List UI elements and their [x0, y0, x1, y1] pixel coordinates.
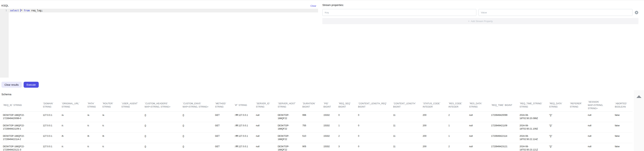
table-cell: /c — [60, 143, 86, 151]
table-cell: /c — [60, 122, 86, 133]
table-cell — [120, 133, 143, 143]
column-header: `REQ_DATA` STRING — [548, 99, 568, 112]
editor-gutter — [0, 9, 9, 78]
remove-stream-property-icon[interactable] — [635, 11, 638, 15]
table-cell: null — [254, 143, 276, 151]
execute-button[interactable]: Execute — [24, 82, 39, 88]
table-cell: 510 — [301, 133, 322, 143]
column-header: `METHOD` STRING — [214, 99, 233, 112]
column-header: `CUSTOM_ENVS` MAP<STRING, STRING> — [181, 99, 214, 112]
column-header: `ROUTER` STRING — [101, 99, 120, 112]
table-cell: 127.0.0.1 — [42, 122, 60, 133]
add-stream-property-button[interactable]: + Add Stream Property — [322, 18, 638, 24]
column-header: `DOMAIN` STRING — [42, 99, 60, 112]
table-row: DESKTOP-188QF22-1723949423121-3127.0.0.1… — [2, 143, 632, 151]
column-header: `SERVER_ID` STRING — [254, 99, 276, 112]
column-header: `REQ_TIME_STRING` STRING — [518, 99, 548, 112]
table-cell: 2 — [447, 143, 468, 151]
column-header: `REQ_SEQ` BIGINT — [337, 99, 356, 112]
column-header: `REFERER` STRING — [568, 99, 586, 112]
table-cell: 127.0.0.1 — [42, 112, 60, 122]
table-cell: {} — [181, 143, 214, 151]
column-header: `SESSION` MAP<STRING, STRING> — [586, 99, 614, 112]
ksql-code-editor[interactable]: 1 select * from req_log; — [0, 9, 318, 78]
clear-results-button[interactable]: Clear results — [2, 82, 22, 88]
table-cell: 2024-08-18T02:50:21.109Z — [518, 122, 548, 133]
table-cell: {} — [143, 143, 181, 151]
column-header: `IP` STRING — [233, 99, 254, 112]
column-header: `CUSTOM_HEADERS` MAP<STRING, STRING> — [143, 99, 181, 112]
column-header: `USER_AGENT` STRING — [120, 99, 143, 112]
column-header: `PID` BIGINT — [322, 99, 337, 112]
editor-code-line[interactable]: select * from req_log; — [10, 9, 43, 12]
table-cell: DESKTOP-188QF22-1723949421109-1 — [2, 122, 42, 133]
editor-line-number: 1 — [0, 9, 7, 12]
column-header: `PATH` STRING — [86, 99, 101, 112]
column-header: `RES_CODE` INTEGER — [447, 99, 468, 112]
table-cell: 0 — [356, 122, 392, 133]
text-cursor — [20, 9, 21, 12]
table-cell: 200 — [421, 122, 447, 133]
table-cell: DESKTOP-188QF22-1723949423121-3 — [2, 143, 42, 151]
table-cell: {} — [181, 133, 214, 143]
clear-editor-link[interactable]: Clear — [310, 5, 316, 7]
table-cell: DESKTOP-188QF22 — [276, 122, 301, 133]
stream-property-row — [322, 9, 638, 16]
table-cell: {} — [143, 122, 181, 133]
table-cell: 1723949420099 — [490, 112, 518, 122]
table-cell: 996 — [301, 112, 322, 122]
schema-section-title: Schema — [2, 93, 11, 96]
table-cell: "{}" — [548, 143, 568, 151]
table-cell: false — [614, 122, 632, 133]
table-cell: 0 — [356, 143, 392, 151]
table-cell: DESKTOP-188QF22-1723949422114-2 — [2, 133, 42, 143]
table-cell: 15332 — [322, 133, 337, 143]
plus-icon: + — [468, 20, 470, 23]
table-row: DESKTOP-188QF22-1723949421109-1127.0.0.1… — [2, 122, 632, 133]
table-cell: 200 — [421, 133, 447, 143]
column-header: `SERVER_HOST` STRING — [276, 99, 301, 112]
table-cell: 200 — [421, 143, 447, 151]
table-cell: null — [586, 122, 614, 133]
table-cell: 1 — [447, 122, 468, 133]
sql-keyword: from — [24, 9, 30, 12]
table-cell: 15332 — [322, 112, 337, 122]
stream-properties-label: Stream properties: — [322, 4, 344, 7]
column-header: `REQ_TIME` BIGINT — [490, 99, 518, 112]
schema-table-wrap: `REQ_ID` STRING`DOMAIN` STRING`ORIGINAL_… — [2, 99, 633, 151]
table-cell: /c — [101, 143, 120, 151]
table-cell: false — [614, 112, 632, 122]
table-cell: 127.0.0.1 — [42, 133, 60, 143]
table-cell: GET — [214, 143, 233, 151]
table-cell: 3 — [337, 143, 356, 151]
table-cell: DESKTOP-188QF22 — [276, 112, 301, 122]
table-cell: DESKTOP-188QF22 — [276, 143, 301, 151]
table-cell — [568, 112, 586, 122]
table-cell: 11 — [392, 133, 421, 143]
table-cell: null — [468, 122, 490, 133]
table-cell: /b — [101, 133, 120, 143]
table-cell: "{}" — [548, 133, 568, 143]
scroll-to-top-icon[interactable] — [636, 95, 642, 98]
column-header: `RES_DATA` STRING — [468, 99, 490, 112]
table-cell — [568, 143, 586, 151]
table-cell: 1723949422114 — [490, 133, 518, 143]
table-cell: GET — [214, 133, 233, 143]
table-cell: 11 — [392, 143, 421, 151]
stream-property-value-input[interactable] — [478, 9, 632, 16]
table-cell: "{}" — [548, 112, 568, 122]
table-cell: {} — [143, 112, 181, 122]
table-cell: 11 — [392, 122, 421, 133]
add-stream-property-label: Add Stream Property — [471, 20, 492, 23]
stream-property-key-input[interactable] — [322, 9, 476, 16]
table-cell: null — [468, 133, 490, 143]
table-cell: 0 — [356, 112, 392, 122]
table-cell: /c — [86, 122, 101, 133]
table-cell: 905 — [301, 143, 322, 151]
table-cell: 2024-08-18T02:50:22.114Z — [518, 133, 548, 143]
column-header: `ORIGINAL_URL` STRING — [60, 99, 86, 112]
ksql-panel-title: KSQL — [2, 4, 9, 7]
table-cell: ::ffff:127.0.0.1 — [233, 122, 254, 133]
table-cell: null — [468, 112, 490, 122]
table-cell: 0 — [356, 133, 392, 143]
